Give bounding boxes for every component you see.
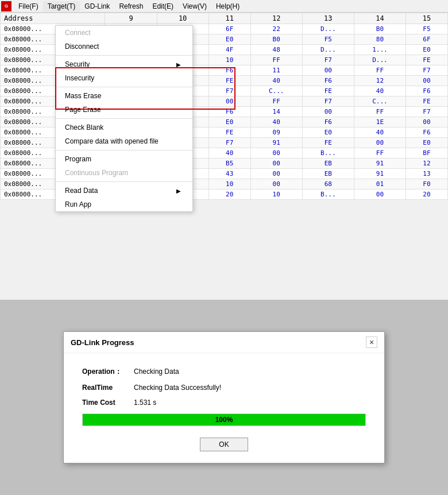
menu-item-label: Compare data with opened file (65, 137, 159, 145)
target-menu-item-read-data[interactable]: Read Data▶ (56, 184, 192, 198)
app-window: G File(F) Target(T) GD-Link Refresh Edit… (0, 0, 448, 495)
menu-bar: G File(F) Target(T) GD-Link Refresh Edit… (0, 0, 448, 13)
menu-help[interactable]: Help(H) (211, 1, 244, 11)
target-menu-item-connect: Connect (56, 26, 192, 40)
menu-file[interactable]: File(F) (14, 1, 43, 11)
submenu-arrow-icon: ▶ (176, 188, 181, 194)
target-menu-item-continuous-program: Continuous Program (56, 166, 192, 180)
menu-gdlink[interactable]: GD-Link (80, 1, 114, 11)
menu-item-label: Check Blank (65, 123, 103, 132)
target-menu-item-program[interactable]: Program (56, 152, 192, 166)
target-menu-item-compare-data-with-opened-file[interactable]: Compare data with opened file (56, 134, 192, 148)
menu-item-label: Mass Erase (65, 92, 101, 100)
target-menu-item-check-blank[interactable]: Check Blank (56, 121, 192, 134)
menu-target[interactable]: Target(T) (43, 1, 80, 11)
target-menu-item-insecurity[interactable]: Insecurity (56, 71, 192, 85)
target-menu-item-run-app[interactable]: Run App (56, 198, 192, 211)
menu-item-label: Disconnect (65, 42, 99, 51)
menu-separator (56, 118, 192, 119)
menu-item-label: Read Data (65, 187, 98, 195)
menu-separator (56, 150, 192, 150)
menu-item-label: Page Erase (65, 106, 101, 114)
menu-separator (56, 87, 192, 87)
menu-item-label: Continuous Program (65, 169, 128, 177)
target-menu-item-mass-erase[interactable]: Mass Erase (56, 89, 192, 103)
menu-item-label: Insecurity (65, 74, 94, 82)
menu-item-label: Program (65, 155, 91, 163)
menu-view[interactable]: View(V) (178, 1, 211, 11)
dropdown-overlay: ConnectDisconnectSecurity▶InsecurityMass… (0, 13, 448, 495)
menu-item-label: Connect (65, 29, 91, 37)
menu-separator (56, 181, 192, 182)
target-menu-item-disconnect[interactable]: Disconnect (56, 40, 192, 53)
target-menu-item-page-erase[interactable]: Page Erase (56, 103, 192, 117)
main-content: Address9101112131415 0x08000...F5806F22D… (0, 13, 448, 495)
target-menu-item-security[interactable]: Security▶ (56, 57, 192, 71)
menu-item-label: Security (65, 60, 90, 68)
submenu-arrow-icon: ▶ (176, 61, 181, 68)
target-dropdown-menu: ConnectDisconnectSecurity▶InsecurityMass… (55, 25, 193, 212)
menu-edit[interactable]: Edit(E) (148, 1, 178, 11)
menu-item-label: Run App (65, 200, 91, 208)
app-icon: G (1, 1, 11, 11)
menu-separator (56, 55, 192, 56)
menu-refresh[interactable]: Refresh (114, 1, 148, 11)
